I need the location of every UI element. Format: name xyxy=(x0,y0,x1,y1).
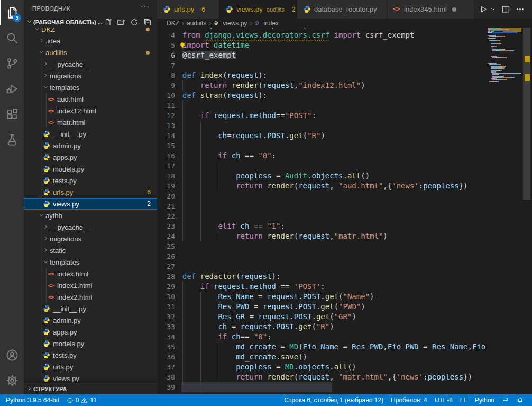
tree-item-urls-py[interactable]: urls.py6 xyxy=(24,186,157,198)
code-line-25[interactable]: 25 xyxy=(157,241,488,251)
code-line-16[interactable]: 16 if ch == "0": xyxy=(157,151,488,161)
tree-item-migrations[interactable]: migrations xyxy=(24,233,157,245)
code-line-37[interactable]: 37 peopless = MD.objects.all() xyxy=(157,362,488,372)
code-line-4[interactable]: 4from django.views.decorators.csrf impor… xyxy=(157,30,488,40)
code-line-18[interactable]: 18 peopless = Audit.objects.all() xyxy=(157,171,488,181)
cursor-position-status[interactable]: Строка 6, столбец 1 (выбрано 12) xyxy=(280,394,387,406)
activity-files-button[interactable]: 3 xyxy=(0,0,24,25)
feedback-icon[interactable] xyxy=(498,394,513,406)
code-line-27[interactable]: 27 xyxy=(157,261,488,272)
activity-account-button[interactable] xyxy=(0,342,24,368)
tree-item-index-html[interactable]: <>index.html xyxy=(24,268,157,279)
tree-item-apps-py[interactable]: apps.py xyxy=(24,326,157,338)
indentation-status[interactable]: Пробелов: 4 xyxy=(387,394,431,406)
tab-urls-py[interactable]: urls.py6 xyxy=(157,0,219,19)
tab-database-roouter-py[interactable]: database_roouter.py xyxy=(297,0,387,19)
tree-item-audiiits[interactable]: audiiits xyxy=(24,47,157,58)
code-line-34[interactable]: 34 if ch== "0": xyxy=(157,332,488,342)
code-line-21[interactable]: 21 xyxy=(157,201,488,211)
language-mode-status[interactable]: Python xyxy=(471,394,498,406)
more-actions-icon[interactable]: ··· xyxy=(141,2,150,11)
outline-section-header[interactable]: СТРУКТУРА xyxy=(24,382,157,394)
code-line-39[interactable]: 39 elif ch== "1": xyxy=(157,382,488,392)
tree-item-index12-html[interactable]: <>index12.html xyxy=(24,105,157,116)
tree-item--idea[interactable]: .idea xyxy=(24,35,157,47)
more-actions-icon[interactable] xyxy=(516,5,525,14)
tree-item-templates[interactable]: templates xyxy=(24,256,157,268)
tree-item-apps-py[interactable]: apps.py xyxy=(24,151,157,163)
code-line-19[interactable]: 19 return render(request, "aud.html",{'n… xyxy=(157,181,488,191)
encoding-status[interactable]: UTF-8 xyxy=(431,394,456,406)
problems-status[interactable]: 011 xyxy=(63,394,100,406)
code-line-22[interactable]: 22 xyxy=(157,211,488,221)
code-line-35[interactable]: 35 md_create = MD(Fio_Name = Res_PWD,Fio… xyxy=(157,342,488,352)
tree-item-urls-py[interactable]: urls.py xyxy=(24,361,157,373)
breadcrumb-item-index[interactable]: index xyxy=(254,20,279,27)
activity-search-button[interactable] xyxy=(0,25,24,51)
scrollbar-thumb[interactable] xyxy=(523,28,530,200)
activity-settings-gear-button[interactable] xyxy=(0,368,24,393)
activity-extensions-button[interactable] xyxy=(0,102,24,127)
activity-run-debug-button[interactable] xyxy=(0,76,24,102)
code-line-9[interactable]: 9 return render(request,"index12.html") xyxy=(157,80,488,91)
code-line-20[interactable]: 20 xyxy=(157,191,488,201)
new-folder-icon[interactable] xyxy=(117,18,125,26)
tree-item-index1-html[interactable]: <>index1.html xyxy=(24,279,157,291)
tree-item-models-py[interactable]: models.py xyxy=(24,338,157,349)
code-line-24[interactable]: 24 return render(request,"matr.html") xyxy=(157,231,488,241)
code-line-36[interactable]: 36 md_create.save() xyxy=(157,352,488,362)
run-icon[interactable] xyxy=(479,5,488,14)
tree-item-admin-py[interactable]: admin.py xyxy=(24,140,157,151)
code-line-30[interactable]: 30 Res_Name = request.POST.get("Name") xyxy=(157,292,488,302)
tree-item-static[interactable]: static xyxy=(24,245,157,256)
workspace-section-header[interactable]: (РАБОЧАЯ ОБЛАСТЬ) ... xyxy=(24,17,157,28)
tree-item--pycache-[interactable]: __pycache__ xyxy=(24,221,157,233)
code-line-13[interactable]: 13 xyxy=(157,121,488,131)
tree-item-tests-py[interactable]: tests.py xyxy=(24,349,157,361)
tree-item--init-py[interactable]: __init__.py xyxy=(24,128,157,140)
tree-item-aythh[interactable]: aythh xyxy=(24,210,157,221)
code-line-8[interactable]: 8def index(request): xyxy=(157,70,488,80)
code-line-17[interactable]: 17 xyxy=(157,161,488,171)
lightbulb-icon[interactable] xyxy=(179,42,186,49)
tab-index345-html[interactable]: <>index345.html xyxy=(387,0,474,19)
code-line-33[interactable]: 33 ch = request.POST.get("R") xyxy=(157,322,488,332)
minimap[interactable] xyxy=(488,28,523,394)
code-line-10[interactable]: 10def stran(request): xyxy=(157,91,488,101)
tree-item-tests-py[interactable]: tests.py xyxy=(24,175,157,186)
bell-icon[interactable] xyxy=(513,394,528,406)
dirty-dot[interactable] xyxy=(452,7,456,12)
code-line-38[interactable]: 38 return render(request, "matr.html",{'… xyxy=(157,372,488,382)
breadcrumb-item-audiiits[interactable]: audiiits xyxy=(187,20,206,27)
split-editor-icon[interactable] xyxy=(501,5,510,14)
code-line-31[interactable]: 31 Res_PWD = request.POST.get("PWD") xyxy=(157,302,488,312)
dropdown-chevron-icon[interactable] xyxy=(490,5,496,14)
code-line-28[interactable]: 28def redactor(request): xyxy=(157,272,488,282)
eol-status[interactable]: LF xyxy=(456,394,471,406)
code-line-5[interactable]: 5import datetime xyxy=(157,40,488,50)
activity-source-control-button[interactable] xyxy=(0,51,24,76)
tree-item--init-py[interactable]: __init__.py xyxy=(24,303,157,314)
code-line-23[interactable]: 23 elif ch == "1": xyxy=(157,221,488,231)
tree-item-views-py[interactable]: views.py2 xyxy=(24,198,157,210)
python-interpreter-status[interactable]: Python 3.9.5 64-bit xyxy=(2,394,63,406)
breadcrumb-item-views-py[interactable]: views.py xyxy=(214,20,247,27)
breadcrumb-item-dkz[interactable]: DKZ xyxy=(167,20,179,27)
tree-item-templates[interactable]: templates xyxy=(24,82,157,93)
code-line-6[interactable]: 6@csrf_exempt xyxy=(157,50,488,60)
vertical-scrollbar[interactable] xyxy=(523,19,530,394)
code-line-14[interactable]: 14 ch=request.POST.get("R") xyxy=(157,131,488,141)
tree-item--pycache-[interactable]: __pycache__ xyxy=(24,58,157,70)
tree-item-models-py[interactable]: models.py xyxy=(24,163,157,175)
code-line-7[interactable]: 7 xyxy=(157,60,488,70)
tree-item-admin-py[interactable]: admin.py xyxy=(24,314,157,326)
activity-testing-button[interactable] xyxy=(0,127,24,152)
code-line-15[interactable]: 15 xyxy=(157,141,488,151)
tree-item-aud-html[interactable]: <>aud.html xyxy=(24,93,157,105)
code-line-32[interactable]: 32 Res_GR = request.POST.get("GR") xyxy=(157,312,488,322)
code-line-12[interactable]: 12 if request.method=="POST": xyxy=(157,111,488,121)
tab-views-py[interactable]: views.pyaudiiits2 xyxy=(219,0,297,19)
code-editor[interactable]: 3from aythh.models import MD,Audit4from … xyxy=(157,28,488,394)
code-line-29[interactable]: 29 if request.method == 'POST': xyxy=(157,282,488,292)
collapse-all-icon[interactable] xyxy=(143,18,152,26)
